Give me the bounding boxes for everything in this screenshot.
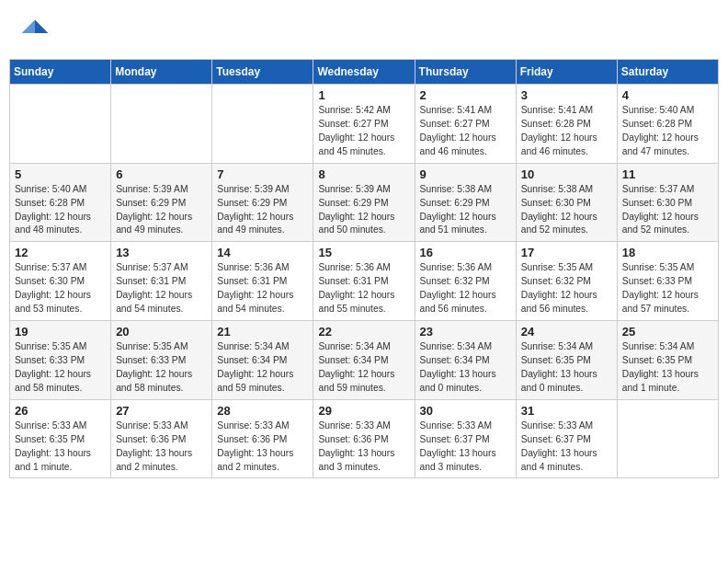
day-info: Sunrise: 5:33 AM Sunset: 6:37 PM Dayligh… bbox=[420, 419, 511, 475]
day-number: 25 bbox=[622, 325, 713, 339]
calendar-cell: 19Sunrise: 5:35 AM Sunset: 6:33 PM Dayli… bbox=[10, 321, 111, 400]
day-number: 26 bbox=[15, 404, 106, 418]
day-info: Sunrise: 5:35 AM Sunset: 6:33 PM Dayligh… bbox=[622, 261, 713, 316]
day-info: Sunrise: 5:33 AM Sunset: 6:35 PM Dayligh… bbox=[15, 419, 106, 475]
calendar-cell: 14Sunrise: 5:36 AM Sunset: 6:31 PM Dayli… bbox=[212, 242, 313, 321]
calendar-cell: 30Sunrise: 5:33 AM Sunset: 6:37 PM Dayli… bbox=[415, 399, 516, 478]
day-info: Sunrise: 5:33 AM Sunset: 6:36 PM Dayligh… bbox=[116, 419, 207, 475]
calendar-cell: 11Sunrise: 5:37 AM Sunset: 6:30 PM Dayli… bbox=[617, 163, 718, 242]
day-info: Sunrise: 5:36 AM Sunset: 6:32 PM Dayligh… bbox=[420, 261, 511, 316]
calendar-cell: 2Sunrise: 5:41 AM Sunset: 6:27 PM Daylig… bbox=[415, 85, 516, 164]
calendar-cell: 20Sunrise: 5:35 AM Sunset: 6:33 PM Dayli… bbox=[111, 321, 212, 400]
calendar-cell: 10Sunrise: 5:38 AM Sunset: 6:30 PM Dayli… bbox=[516, 163, 617, 242]
col-header-thursday: Thursday bbox=[415, 60, 516, 85]
calendar-cell bbox=[212, 85, 313, 164]
calendar-cell: 9Sunrise: 5:38 AM Sunset: 6:29 PM Daylig… bbox=[415, 163, 516, 242]
day-number: 16 bbox=[420, 246, 511, 259]
col-header-tuesday: Tuesday bbox=[212, 60, 313, 85]
day-info: Sunrise: 5:33 AM Sunset: 6:36 PM Dayligh… bbox=[217, 419, 308, 475]
day-number: 15 bbox=[318, 246, 409, 259]
calendar-cell: 28Sunrise: 5:33 AM Sunset: 6:36 PM Dayli… bbox=[212, 399, 313, 478]
day-info: Sunrise: 5:33 AM Sunset: 6:37 PM Dayligh… bbox=[521, 419, 612, 475]
day-number: 4 bbox=[622, 88, 713, 102]
day-number: 24 bbox=[521, 325, 612, 339]
day-number: 10 bbox=[521, 167, 612, 181]
day-info: Sunrise: 5:37 AM Sunset: 6:30 PM Dayligh… bbox=[15, 261, 106, 316]
day-number: 27 bbox=[116, 404, 207, 418]
day-info: Sunrise: 5:34 AM Sunset: 6:34 PM Dayligh… bbox=[420, 340, 511, 396]
calendar-cell: 31Sunrise: 5:33 AM Sunset: 6:37 PM Dayli… bbox=[516, 399, 617, 478]
calendar-cell: 23Sunrise: 5:34 AM Sunset: 6:34 PM Dayli… bbox=[415, 321, 516, 400]
day-number: 11 bbox=[622, 167, 713, 181]
day-info: Sunrise: 5:40 AM Sunset: 6:28 PM Dayligh… bbox=[622, 104, 713, 159]
col-header-sunday: Sunday bbox=[10, 60, 111, 85]
calendar-cell: 13Sunrise: 5:37 AM Sunset: 6:31 PM Dayli… bbox=[111, 242, 212, 321]
calendar-week-row: 12Sunrise: 5:37 AM Sunset: 6:30 PM Dayli… bbox=[10, 242, 719, 321]
calendar-week-row: 1Sunrise: 5:42 AM Sunset: 6:27 PM Daylig… bbox=[10, 85, 719, 164]
day-info: Sunrise: 5:37 AM Sunset: 6:30 PM Dayligh… bbox=[622, 183, 713, 238]
calendar-cell: 3Sunrise: 5:41 AM Sunset: 6:28 PM Daylig… bbox=[516, 85, 617, 164]
day-info: Sunrise: 5:34 AM Sunset: 6:35 PM Dayligh… bbox=[622, 340, 713, 396]
logo-icon bbox=[18, 17, 51, 50]
calendar-cell: 18Sunrise: 5:35 AM Sunset: 6:33 PM Dayli… bbox=[617, 242, 718, 321]
calendar-header-row: SundayMondayTuesdayWednesdayThursdayFrid… bbox=[10, 60, 719, 85]
day-info: Sunrise: 5:42 AM Sunset: 6:27 PM Dayligh… bbox=[318, 104, 409, 159]
day-number: 22 bbox=[318, 325, 409, 339]
day-number: 8 bbox=[318, 167, 409, 181]
calendar-cell: 26Sunrise: 5:33 AM Sunset: 6:35 PM Dayli… bbox=[10, 399, 111, 478]
day-number: 30 bbox=[420, 404, 511, 418]
svg-marker-0 bbox=[35, 20, 48, 33]
day-number: 5 bbox=[15, 167, 106, 181]
day-info: Sunrise: 5:41 AM Sunset: 6:28 PM Dayligh… bbox=[521, 104, 612, 159]
calendar-cell: 7Sunrise: 5:39 AM Sunset: 6:29 PM Daylig… bbox=[212, 163, 313, 242]
calendar: SundayMondayTuesdayWednesdayThursdayFrid… bbox=[9, 59, 719, 478]
day-number: 28 bbox=[217, 404, 308, 418]
calendar-cell: 4Sunrise: 5:40 AM Sunset: 6:28 PM Daylig… bbox=[617, 85, 718, 164]
col-header-saturday: Saturday bbox=[617, 60, 718, 85]
day-info: Sunrise: 5:41 AM Sunset: 6:27 PM Dayligh… bbox=[420, 104, 511, 159]
calendar-cell: 24Sunrise: 5:34 AM Sunset: 6:35 PM Dayli… bbox=[516, 321, 617, 400]
day-info: Sunrise: 5:34 AM Sunset: 6:34 PM Dayligh… bbox=[318, 340, 409, 396]
day-number: 1 bbox=[318, 88, 409, 102]
day-info: Sunrise: 5:39 AM Sunset: 6:29 PM Dayligh… bbox=[318, 183, 409, 238]
day-number: 2 bbox=[420, 88, 511, 102]
calendar-cell: 8Sunrise: 5:39 AM Sunset: 6:29 PM Daylig… bbox=[313, 163, 415, 242]
col-header-monday: Monday bbox=[111, 60, 212, 85]
day-info: Sunrise: 5:38 AM Sunset: 6:30 PM Dayligh… bbox=[521, 183, 612, 238]
day-info: Sunrise: 5:37 AM Sunset: 6:31 PM Dayligh… bbox=[116, 261, 207, 316]
day-number: 31 bbox=[521, 404, 612, 418]
calendar-cell: 21Sunrise: 5:34 AM Sunset: 6:34 PM Dayli… bbox=[212, 321, 313, 400]
day-number: 21 bbox=[217, 325, 308, 339]
day-info: Sunrise: 5:36 AM Sunset: 6:31 PM Dayligh… bbox=[217, 261, 308, 316]
day-info: Sunrise: 5:34 AM Sunset: 6:34 PM Dayligh… bbox=[217, 340, 308, 396]
day-info: Sunrise: 5:33 AM Sunset: 6:36 PM Dayligh… bbox=[318, 419, 409, 475]
col-header-friday: Friday bbox=[516, 60, 617, 85]
day-info: Sunrise: 5:40 AM Sunset: 6:28 PM Dayligh… bbox=[15, 183, 106, 238]
calendar-cell: 6Sunrise: 5:39 AM Sunset: 6:29 PM Daylig… bbox=[111, 163, 212, 242]
day-number: 19 bbox=[15, 325, 106, 339]
calendar-week-row: 19Sunrise: 5:35 AM Sunset: 6:33 PM Dayli… bbox=[10, 321, 719, 400]
day-info: Sunrise: 5:35 AM Sunset: 6:33 PM Dayligh… bbox=[116, 340, 207, 396]
calendar-cell: 27Sunrise: 5:33 AM Sunset: 6:36 PM Dayli… bbox=[111, 399, 212, 478]
day-info: Sunrise: 5:36 AM Sunset: 6:31 PM Dayligh… bbox=[318, 261, 409, 316]
calendar-cell: 5Sunrise: 5:40 AM Sunset: 6:28 PM Daylig… bbox=[10, 163, 111, 242]
day-number: 9 bbox=[420, 167, 511, 181]
calendar-cell: 1Sunrise: 5:42 AM Sunset: 6:27 PM Daylig… bbox=[313, 85, 415, 164]
calendar-cell: 15Sunrise: 5:36 AM Sunset: 6:31 PM Dayli… bbox=[313, 242, 415, 321]
day-number: 7 bbox=[217, 167, 308, 181]
calendar-cell: 29Sunrise: 5:33 AM Sunset: 6:36 PM Dayli… bbox=[313, 399, 415, 478]
svg-marker-1 bbox=[22, 20, 35, 33]
day-info: Sunrise: 5:39 AM Sunset: 6:29 PM Dayligh… bbox=[217, 183, 308, 238]
day-number: 13 bbox=[116, 246, 207, 259]
day-number: 18 bbox=[622, 246, 713, 259]
day-number: 29 bbox=[318, 404, 409, 418]
day-number: 6 bbox=[116, 167, 207, 181]
day-number: 12 bbox=[15, 246, 106, 259]
day-number: 17 bbox=[521, 246, 612, 259]
calendar-cell: 22Sunrise: 5:34 AM Sunset: 6:34 PM Dayli… bbox=[313, 321, 415, 400]
calendar-cell bbox=[617, 399, 718, 478]
day-number: 23 bbox=[420, 325, 511, 339]
day-info: Sunrise: 5:34 AM Sunset: 6:35 PM Dayligh… bbox=[521, 340, 612, 396]
calendar-cell: 16Sunrise: 5:36 AM Sunset: 6:32 PM Dayli… bbox=[415, 242, 516, 321]
calendar-cell: 25Sunrise: 5:34 AM Sunset: 6:35 PM Dayli… bbox=[617, 321, 718, 400]
